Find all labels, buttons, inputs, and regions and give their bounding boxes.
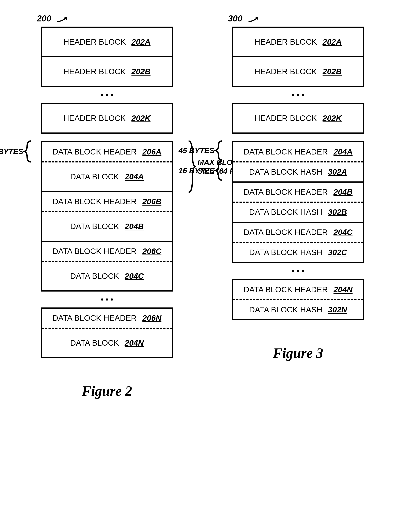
header-block: HEADER BLOCK 202A [40,27,173,57]
data-block-header-label: DATA BLOCK HEADER [243,228,328,237]
ellipsis-icon [40,292,173,307]
data-block-header-ref: 206A [142,147,162,156]
figure-3-stack: HEADER BLOCK 202A HEADER BLOCK 202B [232,27,364,320]
data-block-header-row: DATA BLOCK HEADER 204A [233,142,363,161]
data-block: DATA BLOCK HEADER 206C DATA BLOCK 204C [40,242,173,292]
brace-icon [214,140,224,161]
header-block-ref: 202B [323,67,342,76]
header-block-label: HEADER BLOCK [63,67,126,76]
data-block-hash-row: DATA BLOCK HASH 302N [233,300,363,319]
brace-icon [214,160,224,181]
data-block: DATA BLOCK HEADER 204A DATA BLOCK HASH 3… [232,141,364,183]
data-block-header-label: DATA BLOCK HEADER [52,314,137,323]
data-block-header-row: DATA BLOCK HEADER 204C [233,223,363,242]
header-block-label: HEADER BLOCK [255,37,317,47]
header-block-row: HEADER BLOCK 202B [233,57,363,86]
data-block-ref: 204B [125,222,144,231]
data-block-hash-ref: 302N [328,305,347,314]
data-block-hash-label: DATA BLOCK HASH [249,167,322,177]
header-block-ref: 202B [131,67,150,76]
data-block-hash-ref: 302C [328,248,347,257]
size-label-16bytes: 16 BYTES [178,160,224,181]
data-block-hash-label: DATA BLOCK HASH [249,305,322,314]
data-block-header-label: DATA BLOCK HEADER [52,247,137,256]
data-block-label: DATA BLOCK [70,272,119,281]
data-block: DATA BLOCK HEADER 206B DATA BLOCK 204B [40,192,173,242]
data-block-header-label: DATA BLOCK HEADER [243,188,328,197]
header-block-ref: 202A [131,37,150,47]
size-label-45bytes: 45 BYTES [178,140,224,161]
data-block-header-ref: 204N [333,285,352,294]
data-block-hash-row: DATA BLOCK HASH 302B [233,203,363,222]
size-label-45bytes: 45 BYTES [0,140,33,163]
figure-number-text: 300 [228,14,243,23]
data-block-header-row: DATA BLOCK HEADER 204N [233,280,363,299]
pointer-arrow-icon [246,15,263,23]
header-block: HEADER BLOCK 202K [232,103,364,134]
figure-2-number: 200 [37,13,72,24]
figure-number-text: 200 [37,14,51,23]
data-block-header-ref: 206N [142,314,162,323]
header-block: HEADER BLOCK 202A [232,27,364,57]
data-block-header-ref: 206B [142,197,162,206]
data-block: DATA BLOCK HEADER 204B DATA BLOCK HASH 3… [232,183,364,223]
data-block-header-ref: 204A [333,147,352,156]
header-block-ref: 202K [131,114,150,123]
data-block-header-ref: 204B [333,188,352,197]
data-block-row: DATA BLOCK 204A [42,163,172,191]
header-block-label: HEADER BLOCK [255,114,317,123]
data-block-hash-ref: 302B [328,208,347,217]
data-block-header-row: DATA BLOCK HEADER 206N [42,309,172,327]
header-block-row: HEADER BLOCK 202A [233,28,363,56]
figure-2-stack: HEADER BLOCK 202A HEADER BLOCK 202B [40,27,173,358]
data-block-hash-label: DATA BLOCK HASH [249,248,322,257]
figure-3-number: 300 [228,13,263,24]
header-block-row: HEADER BLOCK 202B [42,57,172,86]
ellipsis-icon [232,87,364,103]
header-block-row: HEADER BLOCK 202K [233,104,363,132]
pointer-arrow-icon [55,15,72,23]
data-block-hash-row: DATA BLOCK HASH 302C [233,243,363,262]
data-block: DATA BLOCK HEADER 206A DATA BLOCK 204A [40,141,173,192]
data-block-row: DATA BLOCK 204C [42,262,172,290]
data-block-hash-row: DATA BLOCK HASH 302A [233,163,363,181]
figure-3: 300 HEADER BLOCK 202A HEADER BLOCK [232,15,364,361]
data-block-header-row: DATA BLOCK HEADER 204B [233,183,363,202]
ellipsis-icon [232,263,364,279]
data-block-label: DATA BLOCK [70,338,119,348]
page: 200 HEADER BLOCK 202A HEADER BLOCK [0,0,405,532]
data-block: DATA BLOCK HEADER 204C DATA BLOCK HASH 3… [232,223,364,263]
data-block-label: DATA BLOCK [70,222,119,231]
header-block-row: HEADER BLOCK 202A [42,28,172,56]
data-block-row: DATA BLOCK 204N [42,329,172,357]
data-block-header-label: DATA BLOCK HEADER [52,197,137,206]
data-block: DATA BLOCK HEADER 204N DATA BLOCK HASH 3… [232,279,364,320]
data-block-header-label: DATA BLOCK HEADER [243,285,328,294]
data-block-label: DATA BLOCK [70,172,119,181]
data-block-header-row: DATA BLOCK HEADER 206B [42,192,172,211]
figure-3-stack-wrap: 300 HEADER BLOCK 202A HEADER BLOCK [232,15,364,320]
data-block-ref: 204N [125,338,144,348]
figure-3-caption: Figure 3 [273,345,323,361]
data-block-ref: 204C [125,272,144,281]
header-block-ref: 202A [323,37,342,47]
header-block-row: HEADER BLOCK 202K [42,104,172,132]
data-block-header-ref: 204C [333,228,352,237]
header-block-ref: 202K [323,114,342,123]
data-block-row: DATA BLOCK 204B [42,212,172,241]
data-block-header-row: DATA BLOCK HEADER 206C [42,242,172,261]
data-block-ref: 204A [125,172,144,181]
data-block-header-label: DATA BLOCK HEADER [52,147,137,156]
size-label-text: 45 BYTES [178,146,214,155]
figure-2: 200 HEADER BLOCK 202A HEADER BLOCK [40,15,173,399]
size-label-text: 45 BYTES [0,147,23,156]
data-block-header-label: DATA BLOCK HEADER [243,147,328,156]
header-block: HEADER BLOCK 202K [40,103,173,134]
figure-2-stack-wrap: 200 HEADER BLOCK 202A HEADER BLOCK [40,15,173,358]
header-block: HEADER BLOCK 202B [40,57,173,87]
header-block-label: HEADER BLOCK [63,37,126,47]
header-block-label: HEADER BLOCK [255,67,317,76]
brace-icon [23,140,33,163]
data-block-hash-label: DATA BLOCK HASH [249,208,322,217]
header-block: HEADER BLOCK 202B [232,57,364,87]
